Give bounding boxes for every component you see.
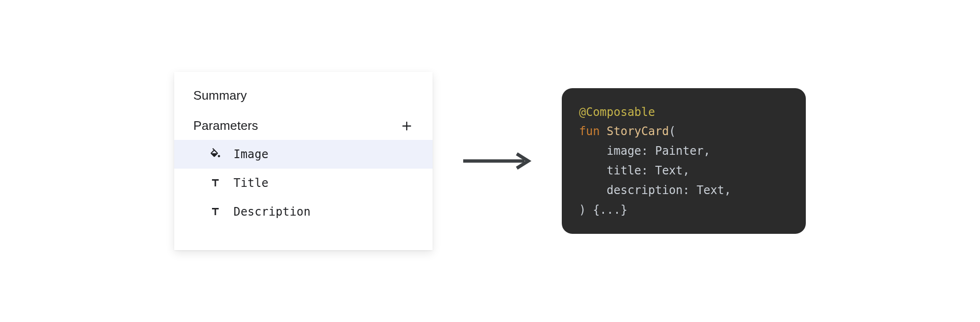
code-close-body: ) {...} [579, 203, 627, 217]
code-function-name: StoryCard [607, 125, 669, 138]
param-label: Image [234, 148, 268, 161]
param-label: Title [234, 176, 268, 190]
parameter-list: Image Title Description [174, 140, 433, 226]
param-label: Description [234, 205, 311, 218]
add-parameter-button[interactable] [400, 119, 413, 133]
text-type-icon [209, 176, 222, 190]
code-annotation: @Composable [579, 105, 655, 119]
plus-icon [401, 120, 412, 132]
summary-heading: Summary [174, 88, 433, 112]
code-keyword-fun: fun [579, 125, 600, 138]
code-block: @Composable fun StoryCard( image: Painte… [562, 88, 806, 234]
code-param-line: title: Text, [579, 164, 690, 177]
param-row-title[interactable]: Title [174, 169, 433, 197]
arrow-right-icon [461, 151, 533, 171]
param-row-image[interactable]: Image [174, 140, 433, 169]
text-type-icon [209, 205, 222, 218]
code-param-line: image: Painter, [579, 144, 711, 158]
code-open-paren: ( [669, 125, 676, 138]
parameters-header-row: Parameters [174, 112, 433, 140]
parameters-panel: Summary Parameters Image [174, 72, 433, 250]
code-param-line: description: Text, [579, 184, 731, 197]
arrow-right [461, 151, 533, 171]
param-row-description[interactable]: Description [174, 197, 433, 226]
fill-icon [209, 148, 222, 161]
parameters-heading: Parameters [193, 118, 258, 133]
svg-point-2 [218, 155, 220, 157]
